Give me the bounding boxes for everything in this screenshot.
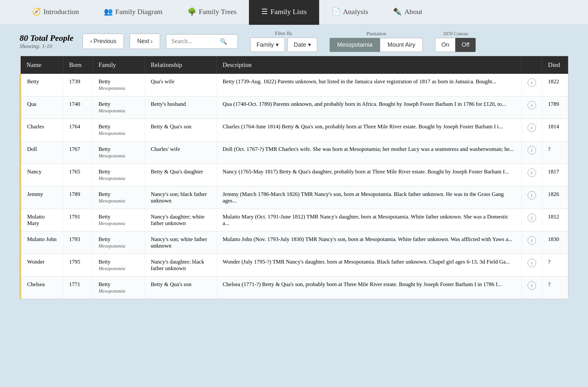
cell-info[interactable]: i — [521, 277, 542, 299]
cell-info[interactable]: i — [521, 96, 542, 119]
info-button[interactable]: i — [528, 101, 536, 109]
table-row: Qua 1740 BettyMesopotamia Betty's husban… — [21, 96, 568, 119]
nav-family-diagram[interactable]: 👥 Family Diagram — [91, 0, 175, 25]
cell-description: Jemmy (March 1786-March 1826) TMR Nancy'… — [217, 186, 521, 209]
nav-family-trees[interactable]: 🌳 Family Trees — [175, 0, 249, 25]
cell-description: Nancy (1765-May 1817) Betty & Qua's daug… — [217, 164, 521, 186]
nav-about[interactable]: ✒️ About — [381, 0, 435, 25]
table-row: Jemmy 1789 BettyMesopotamia Nancy's son;… — [21, 186, 568, 209]
cell-died: 1817 — [542, 164, 568, 186]
cell-name: Mulatto Mary — [21, 209, 63, 232]
cell-name: Jemmy — [21, 186, 63, 209]
info-button[interactable]: i — [528, 123, 536, 132]
cell-born: 1771 — [63, 277, 92, 299]
info-button[interactable]: i — [528, 146, 536, 154]
table-row: Wonder 1795 BettyMesopotamia Nancy's dau… — [21, 254, 568, 277]
next-label: Next — [137, 38, 149, 45]
nav-bar: 🧭 Introduction 👥 Family Diagram 🌳 Family… — [0, 0, 588, 25]
nav-introduction-label: Introduction — [43, 8, 79, 16]
col-header-info — [521, 56, 542, 74]
cell-info[interactable]: i — [521, 254, 542, 277]
date-filter-button[interactable]: Date ▾ — [287, 38, 317, 52]
cell-died: 1830 — [542, 232, 568, 254]
cell-family: BettyMesopotamia — [92, 186, 145, 209]
info-button[interactable]: i — [528, 169, 536, 177]
cell-name: Nancy — [21, 164, 63, 186]
cell-info[interactable]: i — [521, 119, 542, 141]
mount-airy-button[interactable]: Mount Airy — [380, 38, 423, 52]
search-icon: 🔍 — [220, 38, 227, 45]
cell-born: 1795 — [63, 254, 92, 277]
next-chevron-icon: › — [151, 38, 153, 45]
cell-family: BettyMesopotamia — [92, 209, 145, 232]
filter-controls: Family ▾ Date ▾ — [250, 38, 317, 52]
info-button[interactable]: i — [528, 281, 536, 290]
cell-born: 1789 — [63, 186, 92, 209]
nav-family-trees-label: Family Trees — [199, 8, 237, 16]
search-box[interactable]: 🔍 — [166, 34, 238, 49]
nav-introduction[interactable]: 🧭 Introduction — [20, 0, 91, 25]
cell-description: Chelsea (1771-?) Betty & Qua's son, prob… — [217, 277, 521, 299]
total-people: 80 Total People Showing: 1-10 — [20, 33, 74, 50]
table-row: Nancy 1765 BettyMesopotamia Betty & Qua'… — [21, 164, 568, 186]
previous-button[interactable]: ‹ Previous — [83, 34, 124, 49]
cell-info[interactable]: i — [521, 141, 542, 164]
cell-relationship: Qua's wife — [145, 74, 217, 96]
info-button[interactable]: i — [528, 214, 536, 222]
nav-family-lists[interactable]: ☰ Family Lists — [249, 0, 319, 25]
info-button[interactable]: i — [528, 259, 536, 267]
family-dropdown-icon: ▾ — [276, 41, 279, 48]
family-filter-label: Family — [256, 41, 274, 48]
nav-analysis[interactable]: 📄 Analysis — [319, 0, 381, 25]
cell-family: BettyMesopotamia — [92, 277, 145, 299]
plantation-controls: Mesopotamia Mount Airy — [330, 38, 423, 52]
family-filter-button[interactable]: Family ▾ — [250, 38, 285, 52]
cell-died: 1822 — [542, 74, 568, 96]
cell-born: 1764 — [63, 119, 92, 141]
analysis-icon: 📄 — [332, 8, 340, 16]
cell-description: Doll (Oct. 1767-?) TMR Charles's wife. S… — [217, 141, 521, 164]
cell-born: 1739 — [63, 74, 92, 96]
cell-info[interactable]: i — [521, 164, 542, 186]
family-diagram-icon: 👥 — [104, 8, 113, 16]
cell-relationship: Betty & Qua's son — [145, 119, 217, 141]
census-off-label: Off — [462, 41, 469, 48]
search-input[interactable] — [172, 38, 217, 45]
cell-died: ? — [542, 254, 568, 277]
family-trees-icon: 🌳 — [188, 8, 196, 16]
info-button[interactable]: i — [528, 78, 536, 87]
cell-family: BettyMesopotamia — [92, 164, 145, 186]
family-lists-icon: ☰ — [261, 8, 268, 16]
info-button[interactable]: i — [528, 191, 536, 200]
census-off-button[interactable]: Off — [455, 38, 476, 52]
census-toggle: On Off — [435, 38, 476, 52]
cell-name: Doll — [21, 141, 63, 164]
cell-family: BettyMesopotamia — [92, 74, 145, 96]
cell-born: 1767 — [63, 141, 92, 164]
cell-born: 1793 — [63, 232, 92, 254]
table-header-row: Name Born Family Relationship Descriptio… — [21, 56, 568, 74]
table-row: Betty 1739 BettyMesopotamia Qua's wife B… — [21, 74, 568, 96]
cell-family: BettyMesopotamia — [92, 141, 145, 164]
cell-relationship: Nancy's son; white father unknown — [145, 232, 217, 254]
people-table: Name Born Family Relationship Descriptio… — [20, 56, 568, 299]
census-section: 1870 Census On Off — [435, 31, 476, 52]
table-row: Mulatto Mary 1791 BettyMesopotamia Nancy… — [21, 209, 568, 232]
next-button[interactable]: Next › — [130, 34, 160, 49]
col-header-name: Name — [21, 56, 63, 74]
mesopotamia-button[interactable]: Mesopotamia — [330, 38, 380, 52]
census-on-label: On — [441, 41, 449, 48]
cell-info[interactable]: i — [521, 209, 542, 232]
total-count: 80 Total People — [20, 33, 74, 43]
census-on-button[interactable]: On — [435, 38, 455, 52]
nav-family-diagram-label: Family Diagram — [115, 8, 163, 16]
cell-info[interactable]: i — [521, 74, 542, 96]
cell-died: 1789 — [542, 96, 568, 119]
cell-info[interactable]: i — [521, 232, 542, 254]
nav-family-lists-label: Family Lists — [270, 8, 307, 16]
info-button[interactable]: i — [528, 236, 536, 245]
cell-info[interactable]: i — [521, 186, 542, 209]
cell-description: Qua (1740-Oct. 1789) Parents unknown, an… — [217, 96, 521, 119]
cell-description: Charles (1764-June 1814) Betty & Qua's s… — [217, 119, 521, 141]
cell-born: 1765 — [63, 164, 92, 186]
